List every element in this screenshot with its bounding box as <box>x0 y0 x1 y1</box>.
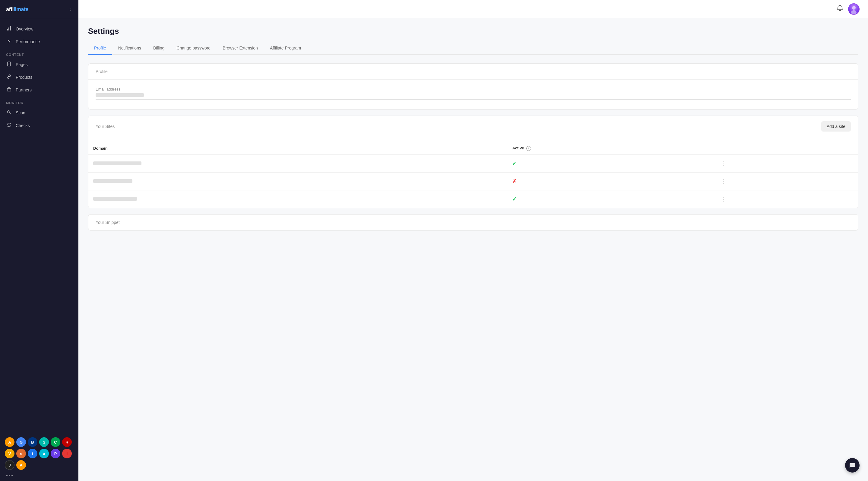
chart-icon <box>6 26 12 32</box>
integration-viglink[interactable]: V <box>5 449 14 458</box>
sidebar-item-label: Pages <box>16 62 28 67</box>
sidebar-item-label: Partners <box>16 88 32 92</box>
integration-awin[interactable]: a <box>39 449 49 458</box>
notifications-bell[interactable] <box>837 5 843 13</box>
doc-icon <box>6 62 12 68</box>
domain-value-redacted <box>93 179 132 183</box>
app-logo: affilimate <box>6 6 28 13</box>
svg-point-8 <box>7 111 10 113</box>
page-area: Settings Profile Notifications Billing C… <box>79 18 868 481</box>
integration-jrs[interactable]: J <box>5 460 14 470</box>
svg-line-9 <box>10 113 11 114</box>
integration-rakuten[interactable]: R <box>62 437 72 447</box>
snippet-card: Your Snippet <box>88 214 858 231</box>
search-icon <box>6 110 12 116</box>
more-integrations-button[interactable] <box>0 472 79 481</box>
profile-card: Profile Email address <box>88 63 858 110</box>
sidebar: affilimate ‹ Overview Performance <box>0 0 79 481</box>
email-label: Email address <box>96 87 851 91</box>
sidebar-item-label: Performance <box>16 39 40 44</box>
briefcase-icon <box>6 87 12 93</box>
sidebar-item-scan[interactable]: Scan <box>0 107 79 119</box>
tab-profile[interactable]: Profile <box>88 42 112 55</box>
integration-amazon[interactable]: A <box>5 437 14 447</box>
active-info-icon[interactable]: i <box>526 146 531 151</box>
integration-partnerize[interactable]: P <box>51 449 60 458</box>
tab-affiliate-program[interactable]: Affiliate Program <box>264 42 307 55</box>
dot-1 <box>6 475 7 476</box>
active-cell: ✓ <box>507 154 714 172</box>
add-site-button[interactable]: Add a site <box>821 121 851 131</box>
snippet-section-title: Your Snippet <box>88 215 858 230</box>
sidebar-item-performance[interactable]: Performance <box>0 35 79 48</box>
integration-skimlinks[interactable]: S <box>39 437 49 447</box>
page-title: Settings <box>88 27 858 36</box>
domain-cell <box>88 154 507 172</box>
settings-tabs: Profile Notifications Billing Change pas… <box>88 42 858 55</box>
integration-cj[interactable]: C <box>51 437 60 447</box>
sidebar-item-overview[interactable]: Overview <box>0 23 79 35</box>
sidebar-item-products[interactable]: Products <box>0 71 79 84</box>
dot-3 <box>11 475 13 476</box>
profile-card-body: Email address <box>88 80 858 109</box>
tab-notifications[interactable]: Notifications <box>112 42 147 55</box>
tab-browser-extension[interactable]: Browser Extension <box>217 42 264 55</box>
tab-billing[interactable]: Billing <box>147 42 170 55</box>
email-form-group: Email address <box>96 87 851 99</box>
topbar <box>79 0 868 18</box>
sites-card: Your Sites Add a site Domain Active i <box>88 116 858 208</box>
svg-rect-1 <box>8 27 9 30</box>
chat-fab-button[interactable] <box>845 458 860 473</box>
row-menu-button[interactable]: ⋮ <box>719 195 729 203</box>
integration-shareasale[interactable]: s <box>16 449 26 458</box>
integrations-list: A G B S C R V s f a P i J A <box>0 433 79 472</box>
sidebar-item-label: Products <box>16 75 32 80</box>
domain-cell <box>88 190 507 208</box>
sites-card-header: Your Sites Add a site <box>88 116 858 137</box>
active-cell: ✓ <box>507 190 714 208</box>
row-menu-button[interactable]: ⋮ <box>719 160 729 168</box>
domain-cell <box>88 172 507 190</box>
svg-point-12 <box>851 10 857 14</box>
table-row: ✓ ⋮ <box>88 154 858 172</box>
actions-cell: ⋮ <box>714 190 858 208</box>
domain-value-redacted <box>93 197 137 201</box>
email-input-redacted <box>96 93 144 97</box>
sites-table-wrapper: Domain Active i <box>88 142 858 208</box>
user-avatar[interactable] <box>848 3 860 15</box>
integration-flexoffers[interactable]: f <box>28 449 37 458</box>
content-section-label: CONTENT <box>0 48 79 58</box>
svg-rect-2 <box>10 26 11 30</box>
profile-section-title: Profile <box>88 64 858 80</box>
sidebar-item-partners[interactable]: Partners <box>0 84 79 96</box>
table-row: ✓ ⋮ <box>88 190 858 208</box>
tab-change-password[interactable]: Change password <box>170 42 217 55</box>
main-content: Settings Profile Notifications Billing C… <box>79 0 868 481</box>
sidebar-nav: Overview Performance CONTENT Pages <box>0 19 79 433</box>
active-cell: ✗ <box>507 172 714 190</box>
domain-value-redacted <box>93 161 142 165</box>
active-check-icon: ✓ <box>512 196 517 202</box>
sidebar-header: affilimate ‹ <box>0 0 79 19</box>
dot-2 <box>9 475 10 476</box>
integration-booking[interactable]: B <box>28 437 37 447</box>
sidebar-item-pages[interactable]: Pages <box>0 58 79 71</box>
table-row: ✗ ⋮ <box>88 172 858 190</box>
bolt-icon <box>6 39 12 44</box>
svg-rect-0 <box>7 29 8 30</box>
active-check-icon: ✓ <box>512 160 517 167</box>
row-menu-button[interactable]: ⋮ <box>719 177 729 185</box>
sidebar-collapse-button[interactable]: ‹ <box>68 5 72 13</box>
sidebar-item-label: Checks <box>16 123 30 128</box>
sidebar-item-label: Overview <box>16 27 33 31</box>
link-icon <box>6 74 12 80</box>
sidebar-item-label: Scan <box>16 111 25 115</box>
svg-rect-7 <box>7 88 11 91</box>
integration-google[interactable]: G <box>16 437 26 447</box>
integration-amazon2[interactable]: A <box>16 460 26 470</box>
sidebar-item-checks[interactable]: Checks <box>0 119 79 132</box>
domain-col-header: Domain <box>88 142 507 154</box>
svg-point-11 <box>852 6 856 10</box>
actions-cell: ⋮ <box>714 172 858 190</box>
integration-impact[interactable]: i <box>62 449 72 458</box>
